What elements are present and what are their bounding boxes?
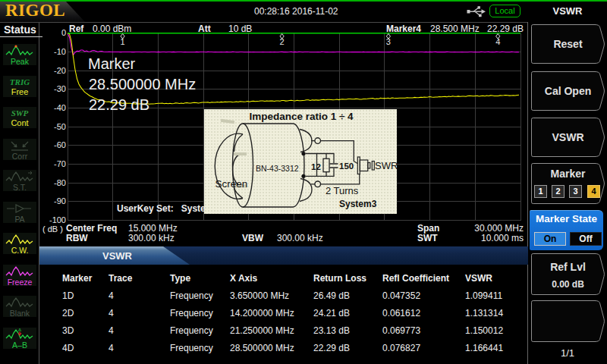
- svg-text:-50: -50: [54, 122, 66, 131]
- svg-text:-100: -100: [49, 215, 66, 224]
- svg-text:1: 1: [121, 37, 125, 46]
- svg-text:System3: System3: [339, 199, 377, 209]
- svg-text:3: 3: [386, 37, 391, 46]
- svg-text:-30: -30: [54, 84, 66, 93]
- svg-text:0: 0: [61, 28, 66, 37]
- svg-text:BN-43-3312: BN-43-3312: [256, 164, 299, 173]
- svg-text:12: 12: [311, 162, 321, 171]
- svg-text:2 Turns: 2 Turns: [326, 185, 359, 196]
- svg-text:-20: -20: [54, 66, 66, 75]
- svg-text:-40: -40: [54, 103, 66, 112]
- svg-text:SWR: SWR: [375, 160, 397, 171]
- svg-text:2: 2: [280, 37, 285, 46]
- svg-text:-60: -60: [54, 140, 66, 149]
- svg-text:-10: -10: [54, 47, 66, 56]
- svg-text:-90: -90: [54, 196, 66, 206]
- svg-text:4: 4: [495, 37, 500, 46]
- svg-text:Screen: Screen: [215, 178, 248, 190]
- svg-text:-70: -70: [54, 159, 66, 168]
- svg-text:150: 150: [339, 162, 354, 171]
- svg-text:A: A: [18, 328, 21, 332]
- svg-text:-80: -80: [54, 178, 66, 187]
- svg-text:Impedance ratio 1 ÷ 4: Impedance ratio 1 ÷ 4: [249, 111, 354, 122]
